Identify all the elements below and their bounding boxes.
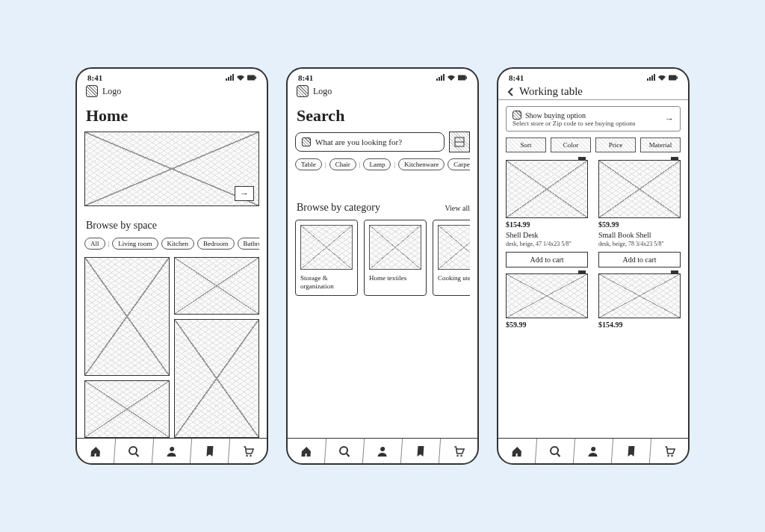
wifi-icon — [447, 74, 456, 81]
battery-icon — [247, 74, 256, 81]
section-browse-category: Browse by category — [297, 202, 380, 214]
product-card[interactable]: $59.99 Small Book Shell desk, beige, 78 … — [598, 160, 681, 267]
nav-search[interactable] — [114, 439, 154, 463]
svg-rect-17 — [676, 76, 678, 78]
phone-home: 8:41 Logo Home → Browse by space All | L… — [75, 67, 268, 465]
svg-point-4 — [170, 447, 174, 451]
svg-rect-8 — [465, 76, 467, 78]
search-tags: Table | Chair | Lamp | Kitchenware Carpe… — [295, 158, 470, 170]
status-time: 8:41 — [298, 73, 313, 82]
svg-point-13 — [380, 447, 385, 451]
bottom-nav — [288, 438, 477, 463]
nav-bookmark[interactable] — [191, 439, 230, 463]
home-icon — [300, 445, 312, 457]
filter-color[interactable]: Color — [551, 137, 591, 152]
signal-icon — [646, 74, 655, 81]
category-card[interactable]: Storage & organization — [295, 220, 358, 296]
search-input[interactable]: What are you looking for? — [295, 132, 445, 152]
chip-kitchen[interactable]: Kitchen — [161, 238, 195, 250]
product-image — [506, 273, 588, 318]
page-title: Home — [86, 106, 258, 126]
tag-carpet[interactable]: Carpet — [447, 158, 470, 170]
nav-bookmark[interactable] — [401, 439, 441, 463]
svg-point-20 — [591, 447, 595, 451]
category-card[interactable]: Home textiles — [364, 220, 427, 296]
profile-icon — [165, 445, 178, 457]
bottom-nav — [77, 438, 267, 463]
space-tile[interactable] — [174, 319, 259, 438]
product-price: $59.99 — [598, 220, 681, 229]
status-bar: 8:41 — [498, 69, 688, 84]
tag-chair[interactable]: Chair — [329, 158, 356, 170]
nav-cart[interactable] — [650, 439, 689, 463]
svg-line-3 — [136, 454, 139, 457]
svg-point-15 — [460, 454, 462, 456]
scan-button[interactable] — [449, 132, 470, 152]
svg-point-2 — [129, 447, 137, 454]
tag-lamp[interactable]: Lamp — [363, 158, 391, 170]
space-tile[interactable] — [84, 257, 170, 376]
svg-point-22 — [671, 454, 673, 456]
view-all-link[interactable]: View all — [445, 204, 470, 212]
search-placeholder: What are you looking for? — [315, 137, 402, 146]
scan-icon — [454, 137, 465, 147]
add-to-cart-button[interactable]: Add to cart — [598, 252, 681, 267]
add-to-cart-button[interactable]: Add to cart — [506, 252, 588, 267]
product-price: $59.99 — [506, 321, 588, 329]
search-icon — [548, 445, 561, 457]
filter-price[interactable]: Price — [595, 137, 636, 152]
product-card[interactable]: $154.99 Shell Desk desk, beige, 47 1/4x2… — [506, 160, 588, 267]
svg-point-18 — [551, 447, 559, 454]
svg-rect-16 — [669, 75, 676, 81]
space-grid — [84, 257, 259, 438]
nav-profile[interactable] — [152, 439, 192, 463]
nav-home[interactable] — [287, 439, 326, 463]
product-name: Small Book Shell — [598, 231, 681, 239]
product-card[interactable]: $59.99 — [506, 273, 588, 329]
chip-bathroom[interactable]: Bathroom — [238, 238, 259, 250]
product-grid-partial: $59.99 $154.99 — [506, 273, 681, 329]
buying-option-sub: Select store or Zip code to see buying o… — [512, 120, 674, 127]
nav-home[interactable] — [76, 439, 116, 463]
buying-option-heading: Show buying option — [525, 111, 586, 120]
hero-next-button[interactable]: → — [235, 186, 254, 201]
space-tile[interactable] — [174, 257, 259, 315]
filter-sort[interactable]: Sort — [506, 137, 546, 152]
product-price: $154.99 — [598, 321, 681, 329]
nav-profile[interactable] — [574, 439, 613, 463]
filter-material[interactable]: Material — [640, 137, 681, 152]
category-label: Cooking utensil — [438, 274, 470, 282]
cart-icon — [452, 445, 465, 457]
phone-results: 8:41 Working table Show buying option Se… — [497, 67, 690, 465]
nav-bookmark[interactable] — [612, 439, 651, 463]
back-row[interactable]: Working table — [498, 84, 688, 100]
back-icon — [506, 87, 516, 97]
category-card[interactable]: Cooking utensil — [433, 220, 470, 296]
filter-row: Sort Color Price Material — [506, 137, 681, 152]
chip-bedroom[interactable]: Bedroom — [197, 238, 235, 250]
product-card[interactable]: $154.99 — [598, 273, 681, 329]
svg-rect-1 — [255, 76, 256, 78]
space-tile[interactable] — [84, 380, 170, 438]
nav-search[interactable] — [536, 439, 575, 463]
nav-search[interactable] — [325, 439, 365, 463]
signal-icon — [436, 74, 445, 81]
chip-all[interactable]: All — [84, 238, 105, 250]
nav-profile[interactable] — [363, 439, 403, 463]
home-icon — [510, 445, 523, 457]
nav-cart[interactable] — [229, 439, 267, 463]
tag-table[interactable]: Table — [295, 158, 322, 170]
chip-living-room[interactable]: Living room — [112, 238, 158, 250]
status-icons — [225, 74, 256, 81]
nav-home[interactable] — [498, 439, 537, 463]
buying-option-card[interactable]: Show buying option Select store or Zip c… — [506, 106, 681, 132]
product-image — [598, 160, 681, 218]
store-icon — [512, 111, 521, 120]
status-time: 8:41 — [87, 73, 102, 82]
nav-cart[interactable] — [439, 439, 478, 463]
tag-kitchenware[interactable]: Kitchenware — [398, 158, 445, 170]
battery-icon — [669, 74, 678, 81]
search-icon — [127, 445, 140, 457]
hero-banner[interactable]: → — [84, 132, 259, 206]
bookmark-icon — [414, 445, 427, 457]
